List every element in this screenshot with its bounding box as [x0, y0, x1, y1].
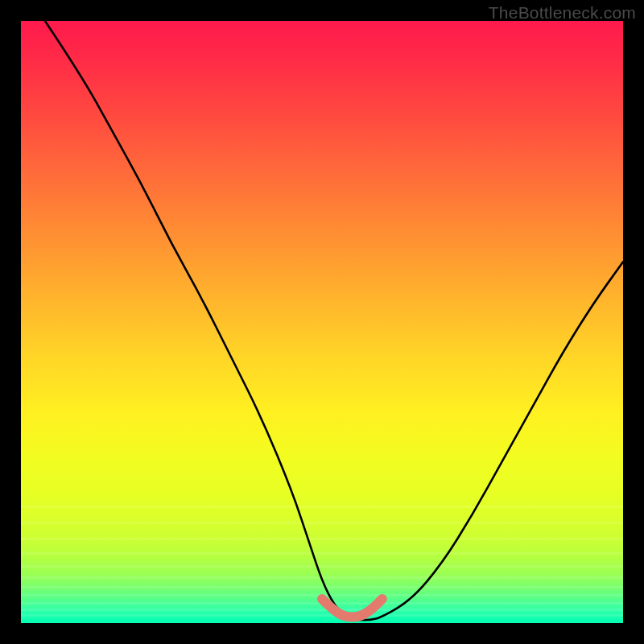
- chart-svg: [21, 21, 623, 623]
- optimal-segment: [322, 599, 382, 617]
- chart-frame: TheBottleneck.com: [0, 0, 644, 644]
- watermark-text: TheBottleneck.com: [489, 3, 636, 23]
- bottleneck-curve: [45, 21, 623, 620]
